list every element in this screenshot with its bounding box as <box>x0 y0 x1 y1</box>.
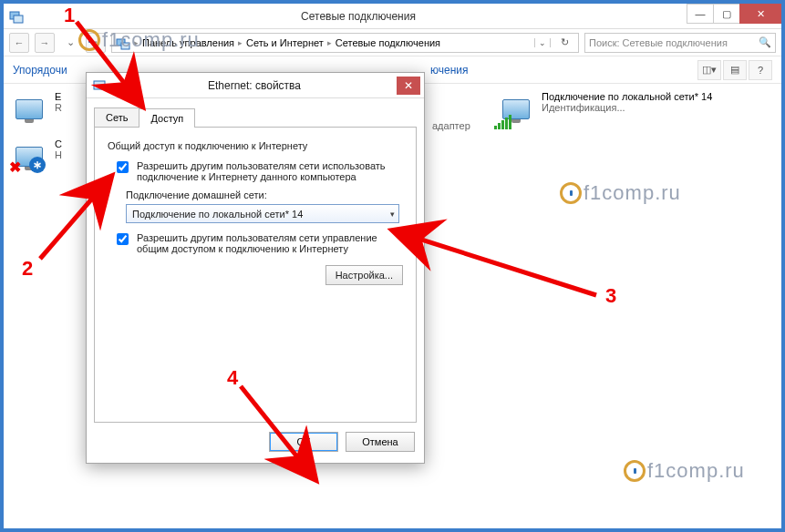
tab-sharing[interactable]: Доступ <box>139 108 195 128</box>
maximize-button[interactable]: ▢ <box>713 4 740 24</box>
svg-line-7 <box>396 231 596 295</box>
tab-strip: Сеть Доступ <box>94 107 417 128</box>
checkbox-allow-share-label: Разрешить другим пользователям сети испо… <box>137 160 403 182</box>
label-partial-2[interactable]: ючения <box>430 64 469 77</box>
crumb-1[interactable]: Сеть и Интернет <box>246 37 324 48</box>
svg-rect-4 <box>94 81 105 89</box>
dialog-button-row: ОК Отмена <box>87 423 424 463</box>
forward-button[interactable]: → <box>35 33 55 53</box>
home-network-label: Подключение домашней сети: <box>126 189 403 200</box>
close-button[interactable]: ✕ <box>739 4 781 24</box>
local-conn-icon <box>496 91 536 128</box>
search-input[interactable]: Поиск: Сетевые подключения 🔍 <box>584 33 776 53</box>
dialog-title: Ethernet: свойства <box>112 79 397 92</box>
conn-name-3: Подключение по локальной сети* 14 <box>542 91 712 102</box>
properties-dialog: Ethernet: свойства ✕ Сеть Доступ Общий д… <box>86 72 425 464</box>
checkbox-allow-share-input[interactable] <box>117 161 129 173</box>
window-title: Сетевые подключения <box>29 10 687 23</box>
breadcrumb[interactable]: ▸ Панель управления ▸ Сеть и Интернет ▸ … <box>111 33 579 53</box>
svg-rect-1 <box>14 15 23 23</box>
up-button[interactable]: ↑ <box>86 33 106 53</box>
watermark-2: f1comp.ru <box>560 181 681 205</box>
dialog-titlebar: Ethernet: свойства ✕ <box>87 73 424 98</box>
ok-button[interactable]: ОК <box>269 432 338 452</box>
annotation-3: 3 <box>605 284 616 308</box>
search-placeholder: Поиск: Сетевые подключения <box>589 37 728 48</box>
tab-content: Общий доступ к подключению к Интернету Р… <box>94 128 417 423</box>
checkbox-allow-control-input[interactable] <box>117 233 129 245</box>
minimize-button[interactable]: — <box>687 4 714 24</box>
help-button[interactable]: ? <box>749 60 772 80</box>
refresh-button[interactable]: ↻ <box>554 36 574 48</box>
history-dropdown[interactable]: ⌄ <box>60 33 80 53</box>
back-button[interactable]: ← <box>9 33 29 53</box>
watermark-4: f1comp.ru <box>624 459 745 483</box>
connection-item-bluetooth[interactable]: ✖ ∗ С Н <box>9 138 75 175</box>
breadcrumb-icon <box>116 36 130 50</box>
annotation-2: 2 <box>22 257 33 281</box>
cancel-button[interactable]: Отмена <box>346 432 415 452</box>
checkbox-allow-control-label: Разрешить другим пользователям сети упра… <box>137 232 403 254</box>
svg-rect-3 <box>121 43 129 49</box>
conn-sub-0: R <box>55 102 62 113</box>
chevron-down-icon: ▾ <box>390 210 395 219</box>
sort-menu[interactable]: Упорядочи <box>13 64 67 77</box>
crumb-2[interactable]: Сетевые подключения <box>336 37 440 48</box>
window-titlebar: Сетевые подключения — ▢ ✕ <box>4 4 781 29</box>
conn-name-1: С <box>55 138 62 149</box>
conn-sub-1: Н <box>55 149 62 160</box>
conn-name-2: адаптер <box>432 120 470 131</box>
bluetooth-icon: ✖ ∗ <box>9 138 49 175</box>
crumb-0[interactable]: Панель управления <box>142 37 234 48</box>
connection-item-ethernet[interactable]: E R <box>9 91 75 128</box>
settings-button[interactable]: Настройка... <box>325 265 403 285</box>
address-bar: ← → ⌄ ↑ ▸ Панель управления ▸ Сеть и Инт… <box>4 29 781 56</box>
disabled-x-icon: ✖ <box>9 160 21 175</box>
conn-sub-3: Идентификация... <box>542 102 712 113</box>
search-icon: 🔍 <box>759 36 771 48</box>
group-title: Общий доступ к подключению к Интернету <box>108 140 403 151</box>
dialog-close-button[interactable]: ✕ <box>397 77 420 95</box>
checkbox-allow-share[interactable]: Разрешить другим пользователям сети испо… <box>113 160 403 182</box>
checkbox-allow-control[interactable]: Разрешить другим пользователям сети упра… <box>113 232 403 254</box>
tab-network[interactable]: Сеть <box>94 107 139 127</box>
dialog-icon <box>87 78 112 93</box>
ethernet-icon <box>9 91 49 128</box>
breadcrumb-dropdown[interactable]: ⌄ <box>534 38 551 47</box>
details-pane-button[interactable]: ▤ <box>723 60 747 80</box>
window-icon <box>4 9 29 24</box>
combo-value: Подключение по локальной сети* 14 <box>132 209 303 220</box>
home-network-combo[interactable]: Подключение по локальной сети* 14 ▾ <box>126 204 399 223</box>
conn-name-0: E <box>55 91 62 102</box>
bt-badge-icon: ∗ <box>29 157 46 173</box>
connection-item-local[interactable]: Подключение по локальной сети* 14 Иденти… <box>496 91 715 128</box>
view-icons-button[interactable]: ◫▾ <box>697 60 721 80</box>
